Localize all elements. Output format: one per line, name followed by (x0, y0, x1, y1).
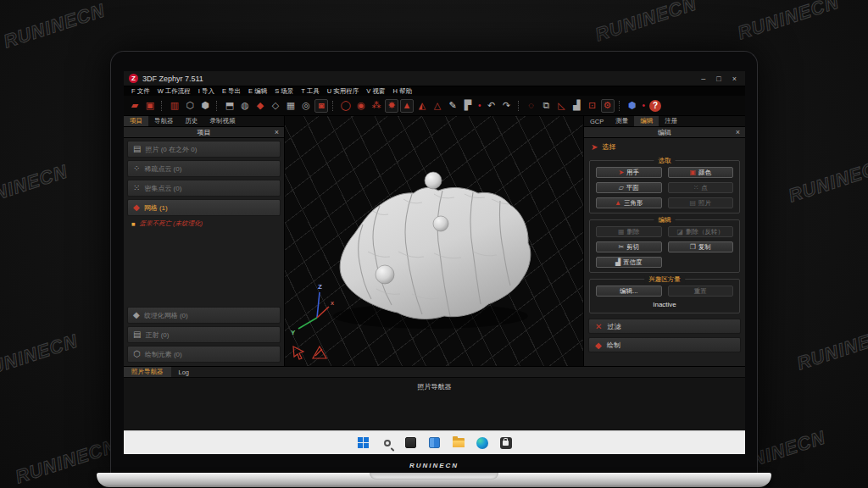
button-label: 剪切 (626, 243, 639, 252)
mesh-child-item[interactable]: ■ 蛋果不死亡 (未纹理化) (124, 216, 284, 230)
textured-mesh-icon[interactable]: ◆ (253, 99, 267, 113)
copy-button[interactable]: ❐复制 (668, 241, 734, 252)
filters-row[interactable]: ✕过滤 (588, 319, 741, 334)
sidebar-item-photos[interactable]: ▤照片 (0 在之外 0) (127, 141, 281, 158)
tab-photo-navigator[interactable]: 照片导航器 (124, 367, 171, 377)
save-project-icon[interactable]: ▣ (143, 99, 157, 113)
triangle-dark-icon[interactable]: ◭ (415, 99, 429, 113)
menu-utilities[interactable]: U 实用程序 (327, 87, 359, 96)
select-by-plane-button[interactable]: ▱平面 (596, 182, 662, 193)
tab-gcp[interactable]: GCP (584, 116, 609, 126)
undo-icon[interactable]: ↶ (485, 99, 498, 113)
mesh-sphere-icon[interactable]: ◍ (238, 99, 252, 113)
close-button[interactable]: × (732, 75, 737, 83)
close-icon[interactable]: × (736, 127, 740, 138)
viewport-warning-icon[interactable] (313, 347, 326, 358)
bounding-box-reset-button[interactable]: 重置 (668, 286, 734, 297)
tab-registration[interactable]: 注册 (659, 116, 683, 126)
group-title: 兴趣区方量 (644, 275, 685, 284)
settings-gear-icon[interactable]: ⚙ (601, 99, 615, 113)
minimize-button[interactable]: – (701, 75, 705, 83)
widgets-icon[interactable] (428, 436, 442, 450)
taskbar-app-icon[interactable] (404, 436, 418, 450)
search-icon[interactable] (381, 436, 394, 450)
workflow-tree-icon[interactable]: ⁂ (370, 99, 383, 113)
menu-tools[interactable]: T 工具 (301, 87, 320, 96)
3d-viewport[interactable]: Z X Y (285, 116, 583, 366)
tab-log[interactable]: Log (171, 367, 198, 377)
sidebar-item-dense-cloud[interactable]: ⁙密集点云 (0) (127, 180, 281, 197)
select-points-button[interactable]: ⁙点 (668, 182, 734, 193)
menu-file[interactable]: F 文件 (131, 87, 150, 96)
viewport-cursor-icon[interactable] (293, 347, 303, 359)
dense-point-cloud-icon[interactable]: ⬢ (198, 99, 212, 113)
menu-edit[interactable]: E 编辑 (248, 87, 267, 96)
button-label: 复制 (698, 243, 711, 252)
cube-3d-icon[interactable]: ⬢ (626, 99, 639, 113)
lasso-select-icon[interactable]: ◌ (525, 99, 538, 113)
confidence-button[interactable]: ▟置信度 (596, 257, 662, 268)
menu-help[interactable]: H 帮助 (392, 87, 412, 96)
brush-icon[interactable]: ✎ (446, 99, 459, 113)
tab-editing[interactable]: 编辑 (634, 116, 659, 126)
select-triangles-button[interactable]: ▲三角形 (596, 197, 662, 208)
tab-record-video[interactable]: 录制视频 (204, 116, 242, 126)
select-triangles-button-icon: ▲ (615, 200, 621, 207)
mesh-model[interactable] (340, 172, 531, 319)
ruler-icon[interactable]: ◺ (555, 99, 569, 113)
camera-icon[interactable]: ◙ (314, 99, 328, 113)
delete-inverse-button[interactable]: ◪删除（反转） (668, 226, 734, 237)
menu-workflow[interactable]: W 工作流程 (158, 87, 191, 96)
crop-icon[interactable]: ⧉ (540, 99, 554, 113)
cut-button[interactable]: ✂剪切 (596, 241, 662, 252)
store-icon[interactable] (499, 436, 513, 450)
sidebar-item-mesh[interactable]: ◆网格 (1) (127, 199, 281, 216)
watermark-text: RUNINECN (735, 0, 842, 45)
menu-export[interactable]: E 导出 (222, 87, 241, 96)
delete-button[interactable]: ▦删除 (596, 226, 662, 237)
sparse-point-cloud-icon[interactable]: ⬡ (183, 99, 197, 113)
maximize-button[interactable]: □ (716, 75, 721, 83)
open-project-icon[interactable]: ▰ (128, 99, 142, 113)
sphere-export-icon[interactable]: ◎ (299, 99, 313, 113)
select-tool-row[interactable]: ➤ 选择 (584, 138, 745, 154)
mountain-icon[interactable]: ▲ (400, 99, 414, 113)
menu-import[interactable]: I 导入 (198, 87, 214, 96)
code-window-icon[interactable]: ⊡ (586, 99, 599, 113)
tab-measurements[interactable]: 测量 (609, 116, 634, 126)
mesh-child-label: 蛋果不死亡 (未纹理化) (140, 219, 203, 228)
draw-row[interactable]: ◆绘制 (588, 337, 741, 352)
select-by-hand-button[interactable]: ➤用手 (596, 167, 662, 178)
bulb-icon[interactable]: ✸ (385, 99, 398, 113)
delete-inverse-button-icon: ◪ (676, 229, 683, 236)
triangles-outline-icon[interactable]: △ (431, 99, 444, 113)
bounding-box-edit-button[interactable]: 编辑... (596, 286, 662, 297)
mesh-extraction-icon[interactable]: ⬒ (223, 99, 236, 113)
axis-x-label: X (331, 301, 334, 306)
select-photos-button[interactable]: ▤照片 (668, 197, 734, 208)
redo-icon[interactable]: ↷ (500, 99, 514, 113)
orbit-icon[interactable]: ◉ (354, 99, 368, 113)
start-button-icon[interactable] (357, 436, 370, 450)
mesh-export-icon[interactable]: ◇ (269, 99, 282, 113)
tab-navigator[interactable]: 导航器 (148, 116, 180, 126)
sidebar-item-orthophoto[interactable]: ▤正射 (0) (127, 326, 281, 343)
tab-project[interactable]: 项目 (124, 116, 148, 126)
sidebar-item-textured-mesh[interactable]: ◆纹理化网格 (0) (127, 307, 281, 324)
import-photos-icon[interactable]: ▥ (168, 99, 181, 113)
help-icon[interactable]: ? (649, 100, 661, 112)
menu-scene[interactable]: S 场景 (275, 87, 293, 96)
orthophoto-icon[interactable]: ▦ (284, 99, 298, 113)
loop-select-icon[interactable]: ◯ (339, 99, 353, 113)
video-camera-icon[interactable]: ▛ (461, 99, 475, 113)
menu-view[interactable]: V 视窗 (366, 87, 385, 96)
edge-browser-icon[interactable] (476, 436, 489, 450)
tab-history[interactable]: 历史 (180, 116, 204, 126)
histogram-icon[interactable]: ▟ (570, 99, 584, 113)
file-explorer-icon[interactable] (452, 436, 465, 450)
sidebar-item-drawing-elements[interactable]: ⬡绘制元素 (0) (127, 346, 281, 363)
select-cursor-icon: ➤ (591, 142, 598, 152)
sidebar-item-sparse-cloud[interactable]: ⁘稀疏点云 (0) (127, 160, 281, 177)
close-icon[interactable]: × (275, 127, 279, 138)
select-by-color-button[interactable]: ▣颜色 (668, 167, 734, 178)
